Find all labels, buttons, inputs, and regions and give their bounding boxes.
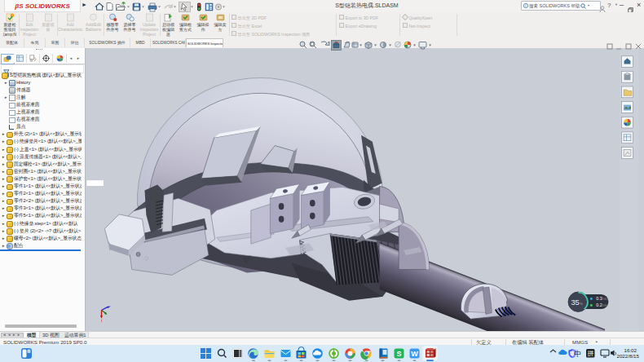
svg-text:KB/s: KB/s [602,304,608,307]
svg-text:拼: 拼 [587,350,593,357]
svg-text:16:02: 16:02 [624,347,637,353]
svg-text:0.3: 0.3 [596,296,602,301]
svg-text:W: W [411,350,418,358]
svg-text:中: 中 [574,350,581,358]
svg-text:%: % [580,302,583,306]
svg-text:0.2: 0.2 [596,302,602,307]
svg-text:S: S [396,350,401,358]
svg-text:KB/s: KB/s [602,298,608,301]
svg-text:2022/8/15: 2022/8/15 [616,353,639,359]
svg-text:35: 35 [571,298,579,307]
